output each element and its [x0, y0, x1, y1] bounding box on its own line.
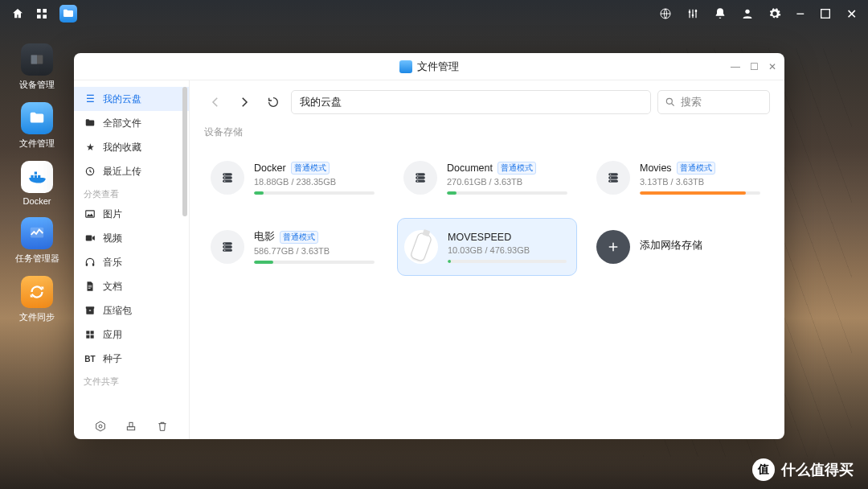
svg-point-32	[666, 98, 672, 104]
svg-point-29	[99, 425, 102, 428]
window-titlebar: 文件管理 — ☐ ✕	[74, 53, 784, 80]
sidebar-item-label: 应用	[103, 328, 122, 342]
nav-back-button[interactable]	[204, 91, 227, 113]
file-manager-window: 文件管理 — ☐ ✕ ☰我的云盘 全部文件 ★我的收藏 最近上传 分类查看 图片…	[74, 53, 784, 439]
storage-name: 电影	[254, 230, 275, 244]
main-content: 我的云盘 搜索 设备存储 Docker普通模式 18.88GB / 238.35…	[190, 80, 784, 439]
window-close-icon[interactable]: ✕	[846, 6, 857, 22]
mode-badge: 普通模式	[280, 231, 318, 244]
dock-item-files[interactable]: 文件管理	[16, 102, 58, 150]
settings-icon[interactable]	[94, 420, 107, 433]
sidebar-item-all-files[interactable]: 全部文件	[74, 111, 189, 135]
storage-name: Document	[447, 162, 493, 174]
nav-refresh-button[interactable]	[262, 91, 285, 113]
sidebar-item-docs[interactable]: 文档	[74, 274, 189, 298]
dock-item-sync[interactable]: 文件同步	[16, 276, 58, 323]
storage-size: 586.77GB / 3.63TB	[254, 246, 375, 256]
dock-label: 文件管理	[19, 138, 55, 150]
usage-bar	[254, 191, 375, 195]
sidebar-item-label: 最近上传	[103, 165, 141, 179]
sidebar-item-label: 压缩包	[103, 304, 132, 318]
breadcrumb-path[interactable]: 我的云盘	[291, 90, 651, 114]
mode-badge: 普通模式	[497, 162, 536, 175]
sidebar-item-label: 种子	[103, 352, 122, 366]
globe-icon[interactable]	[659, 7, 672, 20]
svg-rect-47	[608, 180, 618, 183]
sidebar-section-share: 文件共享	[74, 371, 189, 389]
storage-card-movies-cn[interactable]: 电影普通模式 586.77GB / 3.63TB	[204, 218, 384, 276]
svg-rect-1	[43, 9, 47, 13]
docker-icon	[21, 161, 53, 193]
svg-rect-19	[86, 236, 92, 241]
bell-icon[interactable]	[714, 7, 727, 20]
app-icon	[399, 60, 412, 73]
trash-icon[interactable]	[156, 420, 169, 433]
gear-icon[interactable]	[768, 7, 781, 20]
sidebar-scrollbar[interactable]	[182, 87, 187, 216]
storage-card-document[interactable]: Document普通模式 270.61GB / 3.63TB	[397, 149, 577, 207]
user-icon[interactable]	[741, 7, 754, 20]
dock-label: 设备管理	[19, 79, 55, 91]
svg-point-5	[689, 11, 691, 14]
svg-point-48	[610, 174, 611, 175]
home-icon[interactable]	[11, 7, 24, 20]
sidebar-item-images[interactable]: 图片	[74, 202, 189, 226]
svg-rect-12	[31, 175, 33, 178]
svg-rect-15	[35, 172, 37, 175]
storage-card-movies[interactable]: Movies普通模式 3.13TB / 3.63TB	[590, 149, 770, 207]
sliders-icon[interactable]	[686, 7, 699, 20]
mount-icon[interactable]	[125, 420, 137, 433]
dock-item-docker[interactable]: Docker	[16, 161, 58, 206]
star-icon: ★	[84, 142, 96, 153]
sidebar-item-favorites[interactable]: ★我的收藏	[74, 135, 189, 159]
usage-bar	[448, 260, 567, 263]
svg-point-8	[746, 10, 750, 14]
window-minimize-icon[interactable]: −	[796, 6, 805, 23]
list-icon: ☰	[84, 93, 96, 105]
disk-icon	[596, 161, 630, 195]
sidebar-item-mycloud[interactable]: ☰我的云盘	[74, 87, 189, 111]
svg-rect-46	[608, 176, 618, 179]
svg-rect-30	[128, 427, 135, 430]
watermark: 值 什么值得买	[752, 458, 854, 481]
device-icon	[21, 43, 53, 76]
svg-point-56	[224, 250, 225, 251]
window-minimize-button[interactable]: —	[731, 61, 740, 72]
nav-forward-button[interactable]	[233, 91, 256, 113]
plus-icon	[596, 230, 630, 264]
svg-point-50	[610, 181, 611, 182]
sidebar-item-label: 全部文件	[103, 117, 141, 130]
window-maximize-icon[interactable]	[819, 7, 832, 20]
apps-grid-icon[interactable]	[35, 7, 48, 20]
sidebar-item-recent[interactable]: 最近上传	[74, 159, 189, 183]
sidebar-item-video[interactable]: 视频	[74, 226, 189, 250]
svg-rect-31	[129, 422, 133, 426]
sidebar-item-label: 我的云盘	[103, 92, 141, 106]
dock-item-task[interactable]: 任务管理器	[16, 217, 58, 265]
headphone-icon	[84, 257, 96, 268]
storage-card-movespeed[interactable]: MOVESPEED 10.03GB / 476.93GB	[397, 218, 577, 276]
active-app-icon[interactable]	[59, 5, 77, 23]
svg-rect-21	[92, 263, 94, 266]
video-icon	[84, 232, 96, 244]
usb-icon	[404, 230, 438, 264]
dock-item-device[interactable]: 设备管理	[16, 43, 58, 91]
storage-size: 3.13TB / 3.63TB	[640, 177, 760, 187]
sidebar-item-archive[interactable]: 压缩包	[74, 298, 189, 323]
window-maximize-button[interactable]: ☐	[750, 61, 759, 72]
svg-rect-33	[223, 173, 232, 175]
sidebar-item-apps[interactable]: 应用	[74, 323, 189, 347]
storage-card-docker[interactable]: Docker普通模式 18.88GB / 238.35GB	[204, 149, 384, 207]
window-title: 文件管理	[417, 60, 459, 74]
window-close-button[interactable]: ✕	[768, 61, 776, 72]
search-input[interactable]: 搜索	[657, 90, 770, 114]
svg-point-37	[224, 177, 225, 178]
document-icon	[84, 281, 96, 292]
sidebar-item-music[interactable]: 音乐	[74, 250, 189, 274]
sidebar-item-torrent[interactable]: BT种子	[74, 347, 189, 371]
search-icon	[665, 97, 676, 108]
add-network-storage[interactable]: 添加网络存储	[590, 218, 770, 276]
sidebar-item-label: 我的收藏	[103, 141, 141, 154]
toolbar: 我的云盘 搜索	[204, 90, 770, 114]
storage-name: MOVESPEED	[448, 232, 511, 243]
